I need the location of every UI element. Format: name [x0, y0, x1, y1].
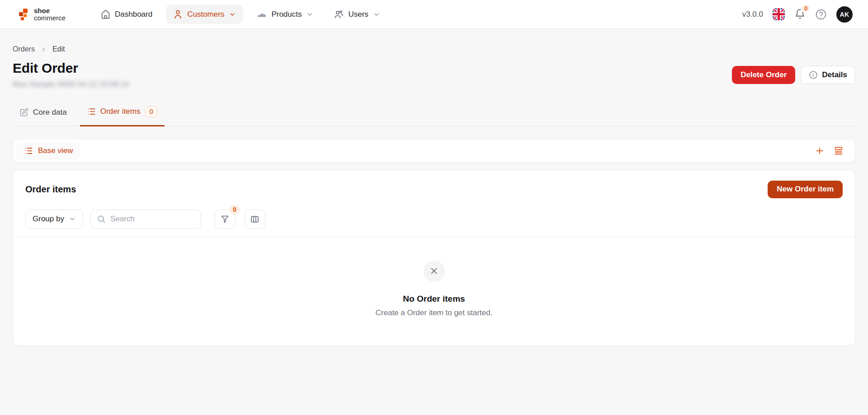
list-icon [24, 146, 33, 155]
tab-count-badge: 0 [145, 106, 157, 117]
nav-label: Products [271, 10, 302, 19]
page-title: Edit Order [13, 61, 129, 76]
nav-item-users[interactable]: Users [327, 5, 387, 24]
empty-state-title: No Order items [403, 294, 465, 304]
chevron-down-icon [306, 11, 313, 18]
top-bar-actions: v3.0.0 0 AK [742, 6, 853, 23]
tab-label: Order items [100, 107, 141, 116]
help-button[interactable] [815, 9, 827, 20]
shoe-icon [257, 9, 267, 19]
nav-item-customers[interactable]: Customers [166, 5, 243, 24]
details-button-label: Details [822, 70, 847, 79]
person-icon [173, 9, 183, 19]
tab-label: Core data [33, 108, 67, 117]
app-version: v3.0.0 [742, 10, 763, 19]
nav-label: Customers [187, 10, 224, 19]
chevron-right-icon [40, 46, 47, 53]
tab-order-items[interactable]: Order items 0 [80, 106, 165, 126]
breadcrumb-edit: Edit [52, 45, 65, 53]
info-circle-icon [809, 70, 818, 79]
chevron-down-icon [373, 11, 380, 18]
base-view-button[interactable]: Base view [16, 142, 80, 160]
nav-label: Users [348, 10, 368, 19]
stacked-rows-icon [834, 146, 844, 156]
top-nav-bar: shoe commerce Dashboard Customers Produc… [0, 0, 868, 29]
users-icon [334, 9, 344, 19]
search-icon [97, 214, 106, 224]
tab-bar: Core data Order items 0 [13, 106, 855, 126]
language-flag-uk[interactable] [773, 8, 785, 20]
edit-pencil-icon [19, 108, 28, 117]
plus-icon [815, 146, 825, 156]
columns-button[interactable] [245, 210, 265, 229]
chevron-down-icon [229, 11, 236, 18]
breadcrumb-orders[interactable]: Orders [13, 45, 35, 53]
app-logo[interactable]: shoe commerce [18, 7, 66, 21]
home-icon [101, 9, 110, 19]
details-button[interactable]: Details [801, 66, 855, 84]
nav-item-dashboard[interactable]: Dashboard [94, 5, 160, 24]
add-view-button[interactable] [815, 146, 825, 156]
panel-title: Order items [25, 184, 76, 195]
nav-label: Dashboard [115, 10, 152, 19]
main-nav: Dashboard Customers Products Users [94, 5, 387, 24]
shoe-commerce-logo-icon [18, 8, 30, 21]
breadcrumb: Orders Edit [13, 45, 855, 53]
user-avatar[interactable]: AK [836, 6, 853, 23]
filter-funnel-icon [220, 214, 230, 224]
view-bar-actions [815, 146, 844, 156]
tab-core-data[interactable]: Core data [13, 106, 74, 126]
question-circle-icon [815, 9, 827, 20]
notifications-button[interactable]: 0 [794, 9, 806, 20]
list-icon [87, 107, 96, 116]
delete-order-button[interactable]: Delete Order [732, 66, 795, 84]
nav-item-products[interactable]: Products [250, 5, 321, 24]
empty-state-subtitle: Create a Order item to get started. [376, 308, 493, 317]
search-input[interactable] [110, 214, 195, 224]
panel-header: Order items New Order item [13, 170, 855, 198]
chevron-down-icon [69, 215, 76, 223]
group-by-dropdown[interactable]: Group by [25, 210, 83, 229]
panel-controls: Group by 0 [13, 198, 855, 237]
x-icon [429, 266, 439, 276]
notification-count-badge: 0 [801, 4, 811, 13]
page-header-actions: Delete Order Details [732, 66, 855, 84]
new-order-item-button[interactable]: New Order item [768, 181, 843, 198]
columns-icon [250, 214, 259, 224]
order-items-panel: Order items New Order item Group by [13, 170, 855, 346]
filter-count-badge: 0 [230, 205, 240, 214]
search-box [90, 210, 201, 229]
view-bar: Base view [13, 139, 855, 163]
page-content: Orders Edit Edit Order Max Sample #928-0… [0, 29, 868, 346]
empty-state-circle [424, 261, 445, 282]
empty-state: No Order items Create a Order item to ge… [13, 237, 855, 345]
group-by-label: Group by [33, 214, 64, 224]
app-logo-text: shoe commerce [34, 7, 66, 21]
manage-views-button[interactable] [834, 146, 844, 156]
page-header: Edit Order Max Sample #928-04-12 23:58:1… [13, 61, 855, 89]
filter-button[interactable]: 0 [215, 210, 236, 229]
order-identifier-redacted: Max Sample #928-04-12 23:58:14 [13, 80, 129, 89]
base-view-label: Base view [38, 146, 73, 155]
page-header-titles: Edit Order Max Sample #928-04-12 23:58:1… [13, 61, 129, 89]
